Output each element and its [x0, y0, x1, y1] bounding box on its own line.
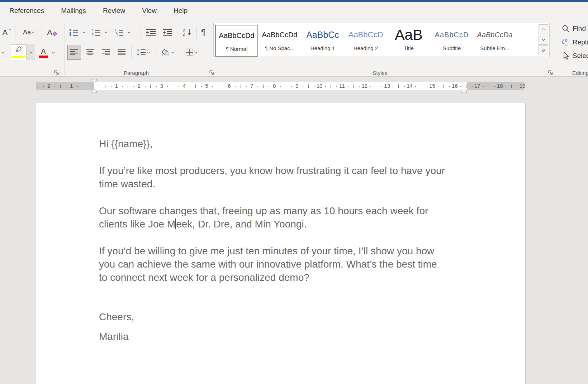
shrink-font-button[interactable]: A: [1, 25, 14, 40]
style-subtitle[interactable]: AaBbCcD Subtitle: [431, 25, 473, 55]
tab-mailings[interactable]: Mailings: [61, 7, 86, 15]
style-name: ¶ Normal: [216, 46, 257, 52]
style-sample: AaBbCcD: [431, 25, 473, 45]
chevron-down-icon: [172, 51, 175, 54]
style-sample: AaB: [388, 25, 430, 45]
increase-indent-icon: [162, 29, 172, 36]
tab-references[interactable]: References: [9, 7, 44, 15]
replace-button[interactable]: b c Replace: [561, 37, 588, 48]
ruler-tick: [145, 86, 146, 87]
justify-button[interactable]: [115, 45, 128, 60]
multilevel-dropdown[interactable]: [126, 25, 132, 40]
gallery-scroll-up-button[interactable]: [539, 24, 548, 34]
chevron-down-icon: [105, 31, 108, 34]
ruler-tick: [460, 86, 461, 87]
ruler-band: 2112345678910111213141516171819: [0, 77, 588, 96]
style-normal[interactable]: AaBbCcDd ¶ Normal: [215, 25, 258, 57]
chevron-down-icon: [52, 51, 55, 54]
bullet-list-icon: [69, 29, 79, 36]
ruler-tick: [511, 85, 512, 88]
ruler-tick: [331, 85, 331, 88]
chevron-down-icon: [147, 51, 150, 54]
borders-icon: [185, 48, 193, 56]
change-case-button[interactable]: Aa: [19, 25, 39, 40]
editing-group-label: Editing: [572, 70, 588, 76]
style-name: Title: [388, 45, 430, 51]
tab-help[interactable]: Help: [174, 7, 188, 15]
numbering-dropdown[interactable]: [103, 25, 109, 40]
clear-formatting-button[interactable]: A: [44, 25, 60, 40]
text-highlight-dropdown[interactable]: [27, 44, 35, 60]
ruler-number: 1: [115, 82, 118, 90]
decrease-indent-button[interactable]: [143, 25, 158, 40]
ruler[interactable]: 2112345678910111213141516171819: [36, 82, 524, 90]
align-center-button[interactable]: [83, 45, 97, 60]
tab-view[interactable]: View: [142, 7, 157, 15]
font-color-button[interactable]: A: [37, 44, 50, 59]
document-text[interactable]: Hi {{name}}, If you’re like most produce…: [99, 137, 483, 343]
font-dialog-launcher[interactable]: [54, 70, 60, 76]
align-right-button[interactable]: [99, 45, 113, 60]
font-color-dropdown[interactable]: [50, 45, 57, 60]
style-title[interactable]: AaB Title: [388, 25, 430, 55]
ruler-number: 14: [407, 82, 413, 90]
bullets-button[interactable]: [67, 25, 80, 40]
styles-group-label: Styles: [351, 70, 409, 76]
ruler-tick: [393, 86, 393, 87]
show-hide-pilcrow-button[interactable]: ¶: [198, 25, 209, 40]
font-color-icon: A: [41, 48, 46, 55]
style-name: Subtle Em...: [474, 45, 516, 51]
gallery-more-button[interactable]: [539, 45, 548, 55]
numbering-button[interactable]: 1 2 3: [90, 25, 103, 40]
chevron-down-icon: [194, 51, 198, 54]
hanging-indent-marker[interactable]: [91, 89, 97, 93]
tab-review[interactable]: Review: [103, 7, 125, 15]
ruler-number: 17: [474, 82, 480, 90]
find-button[interactable]: Find: [561, 23, 586, 34]
chevron-down-icon: [128, 31, 131, 34]
paragraph-group-label: Paragraph: [108, 70, 165, 76]
ruler-tick: [483, 86, 484, 87]
ruler-tick: [353, 85, 354, 88]
text-highlight-button[interactable]: [10, 44, 27, 60]
multilevel-list-button[interactable]: 1 a i: [113, 25, 125, 40]
ruler-tick: [280, 86, 281, 87]
ruler-number: 8: [273, 82, 276, 90]
text-effects-dropdown[interactable]: [0, 45, 6, 60]
ruler-tick: [398, 85, 399, 88]
styles-gallery-scrollbar: [539, 24, 548, 56]
ruler-tick: [303, 86, 303, 87]
line-spacing-icon: [137, 49, 146, 56]
ruler-tick: [314, 86, 314, 87]
increase-indent-button[interactable]: [160, 25, 175, 40]
select-button[interactable]: Select: [561, 51, 588, 61]
ruler-tick: [359, 86, 360, 87]
styles-dialog-launcher[interactable]: [548, 70, 554, 76]
bullets-dropdown[interactable]: [81, 25, 87, 40]
paragraph-signoff: Cheers,: [99, 310, 483, 323]
ruler-number: 9: [295, 82, 298, 90]
align-left-button[interactable]: [67, 45, 81, 60]
clear-formatting-icon: A: [47, 28, 52, 37]
ruler-number: 6: [228, 82, 231, 90]
right-indent-marker[interactable]: [461, 89, 467, 93]
style-subtle-emphasis[interactable]: AaBbCcDa Subtle Em...: [474, 25, 516, 55]
first-line-indent-marker[interactable]: [91, 79, 97, 83]
ruler-number: 12: [361, 82, 368, 90]
style-heading-1[interactable]: AaBbCc Heading 1: [302, 25, 343, 55]
style-heading-2[interactable]: AaBbCcD Heading 2: [345, 25, 387, 55]
paragraph-cta: If you’d be willing to give me just ten …: [99, 244, 483, 284]
ribbon: A Aa A A: [0, 20, 588, 77]
shading-button[interactable]: [158, 45, 178, 60]
style-name: Heading 1: [302, 45, 343, 51]
ruler-tick: [38, 85, 38, 88]
change-case-icon: Aa: [23, 29, 31, 36]
sort-button[interactable]: A Z: [180, 25, 194, 40]
gallery-scroll-down-button[interactable]: [539, 35, 548, 45]
paragraph-dialog-launcher[interactable]: [209, 70, 215, 76]
line-spacing-button[interactable]: [134, 45, 153, 60]
highlighter-pen-icon: [14, 46, 23, 53]
style-no-spacing[interactable]: AaBbCcDd ¶ No Spac...: [259, 25, 300, 55]
document-page[interactable]: Hi {{name}}, If you’re like most produce…: [36, 103, 526, 384]
borders-button[interactable]: [181, 45, 201, 60]
